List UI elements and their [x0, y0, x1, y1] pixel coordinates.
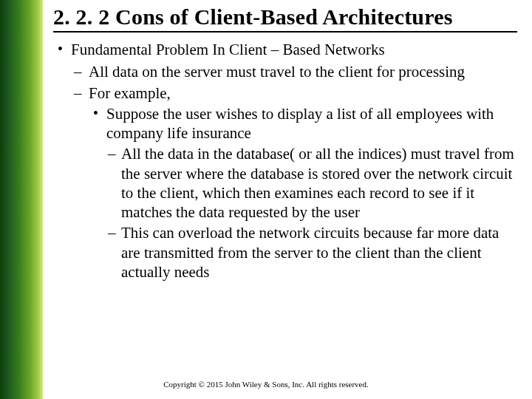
list-item: This can overload the network circuits b…: [106, 223, 517, 282]
bullet-text: Fundamental Problem In Client – Based Ne…: [71, 41, 385, 58]
decorative-sidebar: [0, 0, 43, 399]
bullet-text: For example,: [89, 84, 171, 102]
slide-title: 2. 2. 2 Cons of Client-Based Architectur…: [53, 4, 517, 33]
list-item: For example, Suppose the user wishes to …: [71, 83, 517, 282]
list-item: Suppose the user wishes to display a lis…: [89, 104, 517, 282]
list-item: All the data in the database( or all the…: [106, 144, 517, 222]
list-item: All data on the server must travel to th…: [71, 62, 517, 81]
bullet-list: Fundamental Problem In Client – Based Ne…: [53, 40, 517, 282]
bullet-text: All data on the server must travel to th…: [89, 63, 465, 81]
slide-content: 2. 2. 2 Cons of Client-Based Architectur…: [53, 4, 517, 284]
bullet-text: Suppose the user wishes to display a lis…: [106, 105, 494, 142]
bullet-text: All the data in the database( or all the…: [121, 145, 514, 221]
copyright-footer: Copyright © 2015 John Wiley & Sons, Inc.…: [0, 380, 532, 389]
list-item: Fundamental Problem In Client – Based Ne…: [53, 40, 517, 282]
bullet-text: This can overload the network circuits b…: [121, 224, 499, 281]
